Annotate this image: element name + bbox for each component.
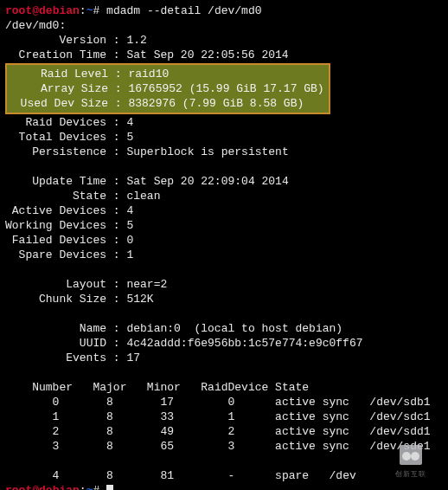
field-events: Events : 17 <box>5 351 443 365</box>
table-row: 2 8 49 2 active sync /dev/sdd1 <box>5 424 443 439</box>
field-array-size: Array Size : 16765952 (15.99 GiB 17.17 G… <box>7 81 329 96</box>
watermark-logo: 创新互联 <box>381 445 441 481</box>
prompt-host: debian <box>39 4 80 17</box>
watermark-icon <box>400 445 422 465</box>
field-working-devices: Working Devices : 5 <box>5 218 443 233</box>
command-text: mdadm --detail /dev/md0 <box>106 4 261 17</box>
prompt-user: root <box>5 4 32 17</box>
table-row-spare: 4 8 81 - spare /dev <box>5 468 443 483</box>
prompt-line-2[interactable]: root@debian:~# <box>5 483 443 490</box>
table-row: 0 8 17 0 active sync /dev/sdb1 <box>5 395 443 409</box>
field-creation-time: Creation Time : Sat Sep 20 22:05:56 2014 <box>5 48 443 62</box>
field-failed-devices: Failed Devices : 0 <box>5 233 443 248</box>
field-used-dev-size: Used Dev Size : 8382976 (7.99 GiB 8.58 G… <box>7 96 329 111</box>
field-raid-level: Raid Level : raid10 <box>7 67 329 81</box>
field-active-devices: Active Devices : 4 <box>5 203 443 218</box>
field-chunk-size: Chunk Size : 512K <box>5 292 443 306</box>
table-row: 3 8 65 3 active sync /dev/sde1 <box>5 439 443 454</box>
terminal-output: root@debian:~# mdadm --detail /dev/md0 /… <box>5 3 443 490</box>
table-row: 1 8 33 1 active sync /dev/sdc1 <box>5 409 443 424</box>
device-line: /dev/md0: <box>5 18 443 33</box>
field-raid-devices: Raid Devices : 4 <box>5 115 443 130</box>
field-state: State : clean <box>5 189 443 203</box>
field-spare-devices: Spare Devices : 1 <box>5 248 443 262</box>
device-table-header: Number Major Minor RaidDevice State <box>5 380 443 395</box>
highlighted-raid-info: Raid Level : raid10 Array Size : 1676595… <box>5 63 330 114</box>
field-uuid: UUID : 4c42addd:f6e956bb:1c57e774:e9c0ff… <box>5 336 443 351</box>
field-total-devices: Total Devices : 5 <box>5 130 443 145</box>
cursor[interactable] <box>106 485 113 490</box>
field-update-time: Update Time : Sat Sep 20 22:09:04 2014 <box>5 174 443 189</box>
prompt-line-1: root@debian:~# mdadm --detail /dev/md0 <box>5 3 443 18</box>
field-layout: Layout : near=2 <box>5 277 443 292</box>
watermark-text: 创新互联 <box>395 467 426 481</box>
field-name: Name : debian:0 (local to host debian) <box>5 321 443 336</box>
field-persistence: Persistence : Superblock is persistent <box>5 145 443 159</box>
field-version: Version : 1.2 <box>5 33 443 48</box>
